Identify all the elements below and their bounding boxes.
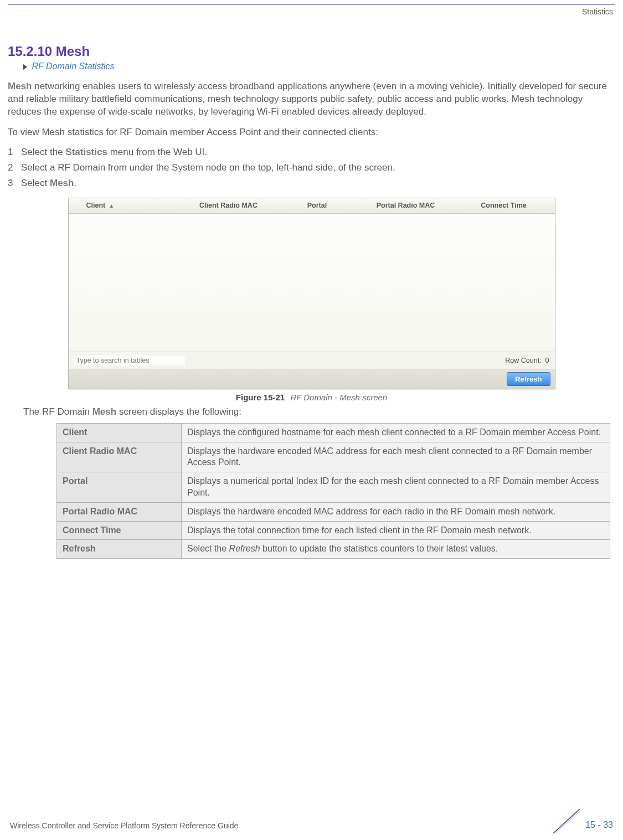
table-row: Client Displays the configured hostname …: [57, 423, 610, 442]
subsection-link-row: RF Domain Statistics: [23, 61, 615, 71]
col-header-client-radio-mac[interactable]: Client Radio MAC: [182, 202, 276, 209]
step-3: Select Mesh.: [8, 178, 615, 189]
step-3-text-a: Select: [21, 178, 50, 188]
row-label-portal-radio-mac: Portal Radio MAC: [57, 502, 182, 521]
col-header-portal-radio-mac[interactable]: Portal Radio MAC: [359, 202, 453, 209]
col-header-portal[interactable]: Portal: [276, 202, 359, 209]
page-footer: Wireless Controller and Service Platform…: [0, 820, 623, 830]
table-row: Refresh Select the Refresh button to upd…: [57, 540, 610, 559]
row-count-value: 0: [545, 357, 549, 364]
row-val-client: Displays the configured hostname for eac…: [182, 423, 610, 442]
step-2-text: Select a RF Domain from under the System…: [21, 162, 395, 173]
after-figure-text: The RF Domain Mesh screen displays the f…: [23, 406, 615, 418]
mesh-term-step: Mesh: [50, 178, 74, 188]
refresh-val-b: button to update the statistics counters…: [260, 544, 498, 553]
step-2: Select a RF Domain from under the System…: [8, 162, 615, 173]
row-count: Row Count: 0: [505, 357, 549, 364]
row-val-client-radio-mac: Displays the hardware encoded MAC addres…: [182, 442, 610, 472]
figure-label: Figure 15-21: [236, 393, 285, 402]
intro-paragraph: Mesh networking enables users to wireles…: [8, 80, 615, 118]
statistics-term: Statistics: [65, 147, 107, 157]
figure-title: RF Domain - Mesh screen: [290, 393, 387, 402]
step-1-text-a: Select the: [21, 147, 65, 157]
step-3-text-c: .: [74, 178, 76, 188]
col-header-connect-time[interactable]: Connect Time: [453, 202, 555, 209]
steps-list: Select the Statistics menu from the Web …: [8, 147, 615, 189]
table-search-bar: Row Count: 0: [69, 352, 555, 369]
row-val-portal-radio-mac: Displays the hardware encoded MAC addres…: [182, 502, 610, 521]
row-val-portal: Displays a numerical portal Index ID for…: [182, 472, 610, 503]
screenshot-footer: Refresh: [69, 369, 555, 389]
row-label-client-radio-mac: Client Radio MAC: [57, 442, 182, 472]
table-header-row: Client ▲ Client Radio MAC Portal Portal …: [69, 198, 555, 214]
page-header-right: Statistics: [0, 5, 623, 16]
description-table: Client Displays the configured hostname …: [56, 423, 610, 559]
table-row: Client Radio MAC Displays the hardware e…: [57, 442, 610, 472]
page-number: 15 - 33: [585, 820, 613, 830]
rf-domain-statistics-link[interactable]: RF Domain Statistics: [32, 61, 114, 71]
table-row: Connect Time Displays the total connecti…: [57, 521, 610, 540]
lead-paragraph: To view Mesh statistics for RF Domain me…: [8, 126, 615, 139]
mesh-term-after: Mesh: [92, 406, 116, 417]
arrow-right-icon: [23, 64, 27, 70]
row-val-refresh: Select the Refresh button to update the …: [182, 540, 610, 559]
row-label-client: Client: [57, 423, 182, 442]
row-label-connect-time: Connect Time: [57, 521, 182, 540]
section-title: 15.2.10 Mesh: [8, 44, 615, 59]
after-fig-c: screen displays the following:: [116, 406, 241, 417]
table-row: Portal Displays a numerical portal Index…: [57, 472, 610, 503]
row-label-refresh: Refresh: [57, 540, 182, 559]
row-label-portal: Portal: [57, 472, 182, 503]
footer-left: Wireless Controller and Service Platform…: [10, 821, 238, 830]
mesh-term: Mesh: [8, 81, 32, 91]
search-input[interactable]: [74, 355, 185, 365]
col-header-client[interactable]: Client: [86, 202, 106, 209]
table-body-empty: [69, 214, 555, 352]
after-fig-a: The RF Domain: [23, 406, 92, 417]
mesh-screenshot: Client ▲ Client Radio MAC Portal Portal …: [68, 198, 555, 389]
refresh-val-a: Select the: [187, 544, 229, 553]
table-row: Portal Radio MAC Displays the hardware e…: [57, 502, 610, 521]
refresh-italic: Refresh: [229, 544, 260, 553]
sort-asc-icon[interactable]: ▲: [109, 203, 114, 209]
row-val-connect-time: Displays the total connection time for e…: [182, 521, 610, 540]
intro-rest: networking enables users to wirelessly a…: [8, 81, 607, 117]
step-1: Select the Statistics menu from the Web …: [8, 147, 615, 158]
figure-caption: Figure 15-21 RF Domain - Mesh screen: [8, 393, 615, 402]
step-1-text-c: menu from the Web UI.: [107, 147, 207, 157]
row-count-label: Row Count:: [505, 357, 541, 364]
refresh-button[interactable]: Refresh: [507, 372, 550, 386]
